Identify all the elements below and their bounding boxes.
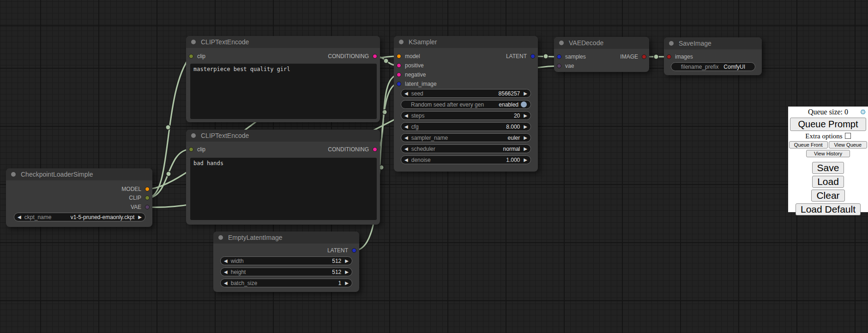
node-saveimage[interactable]: SaveImage images filename_prefix ComfyUI — [664, 37, 762, 75]
increment-arrow-icon[interactable]: ▶ — [524, 91, 527, 96]
node-title: CheckpointLoaderSimple — [21, 171, 93, 178]
decrement-arrow-icon[interactable]: ◀ — [404, 125, 408, 129]
collapse-icon[interactable] — [669, 41, 674, 46]
decrement-arrow-icon[interactable]: ◀ — [224, 259, 228, 263]
link-midpoint-dot — [166, 172, 171, 176]
cfg-widget[interactable]: ◀ cfg 8.000 ▶ — [401, 122, 531, 131]
node-title: EmptyLatentImage — [228, 234, 283, 241]
link-midpoint-dot — [543, 54, 548, 59]
load-default-button[interactable]: Load Default — [796, 203, 861, 215]
input-slot-negative[interactable] — [397, 72, 401, 77]
increment-arrow-icon[interactable]: ▶ — [345, 259, 349, 263]
node-title: CLIPTextEncode — [201, 38, 249, 46]
increment-arrow-icon[interactable]: ▶ — [524, 147, 527, 151]
input-slot-clip[interactable] — [189, 54, 193, 59]
decrement-arrow-icon[interactable]: ◀ — [224, 270, 228, 274]
node-emptylatentimage[interactable]: EmptyLatentImage LATENT ◀ width 512 ▶ ◀ … — [213, 232, 359, 292]
view-history-button[interactable]: View History — [806, 150, 850, 157]
decrement-arrow-icon[interactable]: ◀ — [404, 147, 408, 151]
filename-prefix-widget[interactable]: filename_prefix ComfyUI — [671, 62, 755, 71]
input-slot-latent-image[interactable] — [397, 82, 401, 86]
graph-canvas[interactable]: CheckpointLoaderSimple MODEL CLIP VAE ◀ … — [0, 0, 868, 333]
link-midpoint-dot — [384, 59, 388, 63]
decrement-arrow-icon[interactable]: ◀ — [224, 281, 228, 285]
output-slot-latent[interactable] — [530, 54, 535, 59]
increment-arrow-icon[interactable]: ▶ — [345, 281, 349, 285]
node-ksampler[interactable]: KSampler model positive negative latent_… — [394, 36, 538, 172]
output-slot-conditioning[interactable] — [373, 54, 377, 59]
width-widget[interactable]: ◀ width 512 ▶ — [220, 256, 352, 265]
collapse-icon[interactable] — [559, 41, 564, 45]
height-widget[interactable]: ◀ height 512 ▶ — [220, 268, 352, 276]
increment-arrow-icon[interactable]: ▶ — [524, 158, 527, 162]
decrement-arrow-icon[interactable]: ◀ — [404, 91, 408, 96]
link-midpoint-dot — [382, 110, 387, 114]
extra-options-label: Extra options — [805, 132, 842, 140]
batch-size-widget[interactable]: ◀ batch_size 1 ▶ — [220, 279, 352, 287]
random-seed-toggle-widget[interactable]: Random seed after every gen enabled — [401, 100, 531, 109]
increment-arrow-icon[interactable]: ▶ — [345, 270, 349, 274]
queue-front-button[interactable]: Queue Front — [789, 141, 828, 149]
output-slot-conditioning[interactable] — [373, 147, 377, 152]
link-midpoint-dot — [166, 125, 170, 130]
toggle-enabled-icon[interactable] — [521, 101, 527, 107]
extra-options-checkbox[interactable] — [845, 133, 851, 139]
node-cliptextencode-negative[interactable]: CLIPTextEncode clip CONDITIONING bad han… — [186, 130, 380, 225]
collapse-icon[interactable] — [191, 40, 196, 44]
output-slot-image[interactable] — [642, 54, 646, 59]
output-slot-latent[interactable] — [352, 248, 356, 253]
queue-panel: Queue size: 0 ⚙ Queue Prompt Extra optio… — [788, 107, 868, 212]
view-queue-button[interactable]: View Queue — [829, 141, 868, 149]
node-title: KSampler — [409, 38, 437, 46]
collapse-icon[interactable] — [399, 40, 404, 44]
queue-size-label: Queue size: 0 — [808, 108, 848, 116]
output-slot-model[interactable] — [145, 187, 150, 191]
settings-gear-icon[interactable]: ⚙ — [860, 108, 866, 116]
increment-arrow-icon[interactable]: ▶ — [524, 136, 527, 140]
node-title: SaveImage — [679, 40, 711, 47]
queue-prompt-button[interactable]: Queue Prompt — [790, 118, 866, 131]
ckpt-name-widget[interactable]: ◀ ckpt_name v1-5-pruned-emaonly.ckpt ▶ — [14, 213, 145, 221]
decrement-arrow-icon[interactable]: ◀ — [18, 215, 21, 220]
prompt-textarea[interactable]: bad hands — [190, 158, 377, 220]
sampler-name-widget[interactable]: ◀ sampler_name euler ▶ — [401, 133, 531, 142]
node-cliptextencode-positive[interactable]: CLIPTextEncode clip CONDITIONING masterp… — [186, 36, 380, 122]
decrement-arrow-icon[interactable]: ◀ — [404, 113, 408, 118]
seed-widget[interactable]: ◀ seed 8566257 ▶ — [401, 89, 531, 98]
clear-button[interactable]: Clear — [811, 190, 844, 202]
increment-arrow-icon[interactable]: ▶ — [524, 125, 527, 129]
node-title: VAEDecode — [569, 39, 603, 47]
input-slot-positive[interactable] — [397, 63, 401, 68]
link-midpoint-dot — [654, 54, 658, 59]
decrement-arrow-icon[interactable]: ◀ — [404, 158, 408, 162]
collapse-icon[interactable] — [218, 235, 223, 240]
prompt-textarea[interactable]: masterpiece best quality girl — [190, 64, 377, 119]
output-slot-vae[interactable] — [145, 205, 150, 209]
increment-arrow-icon[interactable]: ▶ — [524, 113, 527, 118]
input-slot-samples[interactable] — [557, 54, 561, 59]
increment-arrow-icon[interactable]: ▶ — [138, 215, 142, 220]
node-title: CLIPTextEncode — [201, 132, 249, 139]
decrement-arrow-icon[interactable]: ◀ — [404, 136, 408, 140]
node-vaedecode[interactable]: VAEDecode samples vae IMAGE — [554, 37, 649, 72]
load-button[interactable]: Load — [812, 176, 844, 188]
save-button[interactable]: Save — [812, 162, 844, 174]
input-slot-images[interactable] — [667, 54, 671, 59]
node-checkpointloadersimple[interactable]: CheckpointLoaderSimple MODEL CLIP VAE ◀ … — [6, 168, 152, 227]
input-slot-model[interactable] — [397, 54, 401, 59]
input-slot-clip[interactable] — [189, 147, 193, 152]
denoise-widget[interactable]: ◀ denoise 1.000 ▶ — [401, 155, 531, 164]
collapse-icon[interactable] — [191, 133, 196, 138]
output-slot-clip[interactable] — [145, 196, 150, 200]
steps-widget[interactable]: ◀ steps 20 ▶ — [401, 111, 531, 120]
collapse-icon[interactable] — [11, 172, 16, 177]
input-slot-vae[interactable] — [557, 64, 561, 68]
scheduler-widget[interactable]: ◀ scheduler normal ▶ — [401, 144, 531, 153]
